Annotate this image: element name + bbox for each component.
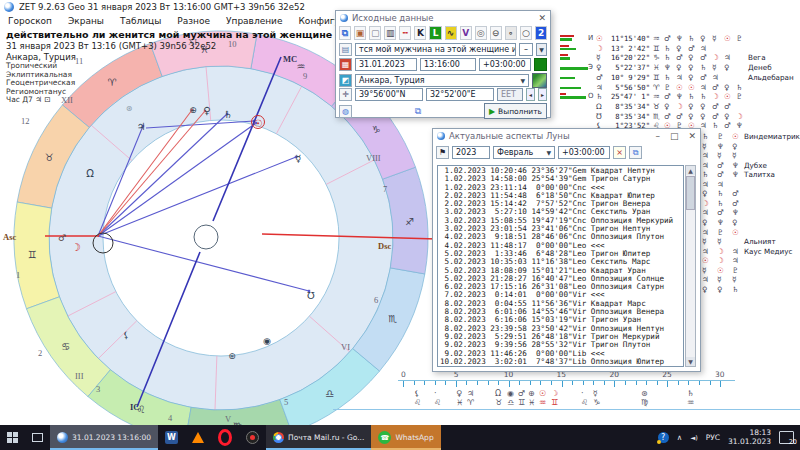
source-dialog-titlebar[interactable]: Исходные данные ✕ — [336, 11, 550, 25]
month-value: Февраль — [497, 147, 546, 158]
notification-icon[interactable]: 20 — [779, 431, 794, 444]
new-document-icon[interactable]: ▢ — [369, 26, 381, 40]
menu-Разное[interactable]: Разное — [169, 16, 218, 26]
taskbar-whatsapp-button[interactable]: ☎ WhatsApp — [371, 425, 440, 450]
taskbar-vlc-button[interactable] — [185, 425, 211, 450]
clock[interactable]: 18:13 31.01.2023 — [728, 429, 771, 446]
place-combo[interactable]: Анкара, Турция ▼ — [355, 74, 529, 87]
ruler-tick — [477, 381, 478, 385]
start-button[interactable] — [0, 425, 25, 450]
radio-large-icon[interactable]: ○ — [520, 26, 532, 40]
l-mode-icon[interactable]: L — [429, 26, 441, 40]
ruler-planet-marker: ♃ — [467, 389, 474, 398]
menu-Гороскоп[interactable]: Гороскоп — [0, 16, 60, 26]
task-view-icon — [32, 433, 43, 442]
timezone-field[interactable]: +03:00:00 — [558, 146, 610, 159]
atlas-globe-icon[interactable]: ◍ — [339, 105, 352, 118]
separator-line — [333, 409, 800, 410]
task-view-button[interactable] — [25, 425, 50, 450]
scroll-thumb[interactable] — [686, 176, 695, 210]
language-indicator[interactable]: РУС — [706, 433, 720, 442]
ruler-sign-marker: ♎ — [507, 398, 514, 407]
ruler-tick — [540, 381, 541, 385]
latitude-field[interactable]: 39°56'00"N — [355, 88, 423, 101]
ruler-tick — [593, 381, 594, 385]
execute-button[interactable]: ▶ Выполнить — [484, 103, 547, 119]
ruler-sign-marker: ♊ — [518, 398, 525, 407]
ruler-tick-label: 0 — [401, 370, 406, 379]
radio-small-icon[interactable]: ∘ — [505, 26, 517, 40]
chrome-icon — [273, 432, 284, 443]
question-combo[interactable]: – — [519, 43, 533, 56]
minimize-icon[interactable]: – — [655, 132, 660, 141]
graph-mode-icon[interactable]: ∿ — [445, 26, 457, 40]
help-tray-icon[interactable]: ? — [658, 432, 669, 443]
close-icon[interactable]: ✕ — [688, 132, 696, 141]
time-field[interactable]: 13:16:00 — [420, 58, 476, 71]
menu-Экраны[interactable]: Экраны — [60, 16, 112, 26]
circle-2-icon[interactable]: ⊖ — [490, 26, 502, 40]
k-mode-icon[interactable]: K — [414, 26, 426, 40]
whatsapp-button-label: WhatsApp — [395, 433, 433, 442]
taskbar-opera-button[interactable] — [211, 425, 239, 450]
ruler-tick — [678, 381, 679, 385]
calendar-icon[interactable]: ▦ — [339, 58, 352, 71]
moon-aspects-titlebar[interactable]: Актуальные аспекты Луны – □ ✕ — [433, 129, 700, 143]
timezone-field[interactable]: +03:00:00 — [479, 58, 531, 71]
chevron-down-icon[interactable]: ▼ — [536, 43, 547, 56]
flag-icon[interactable]: ⚑ — [436, 146, 449, 159]
next-button[interactable]: ▸ — [538, 88, 547, 101]
tools-icon[interactable]: ⨯ — [613, 146, 626, 159]
taskbar-word-button[interactable]: W — [158, 425, 185, 450]
volume-icon[interactable]: ◄) — [690, 434, 698, 442]
taskbar-chrome-button[interactable]: Почта Mail.ru - Go... — [266, 425, 371, 450]
ruler-tick — [551, 381, 552, 385]
color-swatch[interactable] — [534, 58, 547, 71]
date-field[interactable]: 31.01.2023 — [355, 58, 417, 71]
month-combo[interactable]: Февраль ▼ — [493, 146, 555, 159]
aspect-row[interactable]: 10.02.2023 3:02:01 7°48'37"Lib Оппозиция… — [440, 358, 681, 366]
circle-1-icon[interactable]: ◎ — [475, 26, 487, 40]
v-mode-icon[interactable]: V — [460, 26, 472, 40]
ruler-tick — [562, 381, 563, 387]
ruler-tick — [604, 381, 605, 385]
ruler-planet-marker: ⊕ — [528, 389, 535, 398]
source-dialog-toolbar: ⧉▣▢▥╍KL∿V◎⊖∘○2 — [339, 26, 547, 40]
year-field[interactable]: 2023 — [452, 146, 490, 159]
close-icon[interactable]: ✕ — [538, 14, 546, 23]
menu-Управление[interactable]: Управление — [218, 16, 290, 26]
map-button[interactable] — [532, 73, 547, 88]
execute-label: Выполнить — [498, 107, 542, 116]
word-icon: W — [165, 431, 178, 444]
window-2-icon[interactable]: 2 — [535, 26, 547, 40]
place-icon[interactable]: ◩ — [339, 74, 352, 87]
scroll-up-icon[interactable]: ▲ — [686, 166, 695, 175]
hidden-icons-chevron[interactable]: ∧ — [677, 433, 683, 442]
coordinates-icon[interactable]: ✛ — [339, 88, 352, 101]
maximize-icon[interactable]: □ — [670, 132, 679, 141]
menu-Таблицы[interactable]: Таблицы — [112, 16, 169, 26]
source-data-dialog: Исходные данные ✕ ⧉▣▢▥╍KL∿V◎⊖∘○2 ▤ тся м… — [335, 10, 551, 118]
events-icon[interactable]: ╍ — [399, 26, 411, 40]
save-icon[interactable]: ▥ — [384, 26, 396, 40]
chevron-down-icon[interactable]: ▼ — [520, 75, 525, 86]
scroll-down-icon[interactable]: ▼ — [686, 357, 695, 366]
copy-icon[interactable]: ⧉ — [629, 146, 642, 159]
zet-application-window: ZET 9.2.63 Geo 31 января 2023 Вт 13:16:0… — [0, 0, 800, 450]
whatsapp-icon: ☎ — [378, 431, 391, 444]
ruler-tick — [720, 381, 721, 387]
photo-icon[interactable]: ▣ — [354, 26, 366, 40]
ruler-planet-marker: · — [581, 389, 584, 398]
prev-button[interactable]: ◂ — [526, 88, 535, 101]
copy-icon[interactable]: ⧉ — [339, 26, 351, 40]
event-icon[interactable]: ▤ — [339, 43, 352, 56]
question-input[interactable]: тся мой мужчина на этой женщине или нет? — [355, 43, 516, 56]
taskbar-zet-button[interactable]: 31.01.2023 13:16:00 — [50, 425, 158, 450]
chevron-down-icon[interactable]: ▼ — [546, 147, 551, 158]
scrollbar[interactable]: ▲ ▼ — [685, 165, 696, 367]
longitude-field[interactable]: 32°52'00"E — [426, 88, 494, 101]
taskbar-record-button[interactable] — [239, 425, 266, 450]
ruler-tick — [435, 381, 436, 385]
ruler-tick-label: 30 — [715, 370, 725, 379]
copy-icon[interactable]: ⧉ — [415, 106, 421, 117]
